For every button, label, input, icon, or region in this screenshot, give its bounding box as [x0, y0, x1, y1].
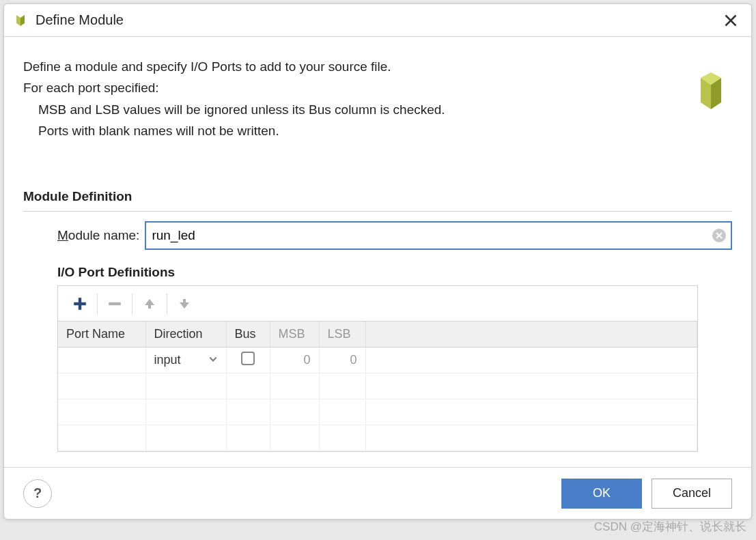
svg-marker-13 [145, 299, 154, 305]
arrow-up-icon [143, 297, 156, 311]
svg-marker-16 [180, 302, 189, 309]
module-name-input[interactable] [145, 221, 732, 250]
define-module-dialog: Define Module Define a module and specif… [3, 3, 752, 520]
table-row[interactable] [58, 373, 697, 399]
svg-marker-0 [16, 15, 20, 26]
help-button[interactable]: ? [23, 479, 52, 508]
desc-line-3: MSB and LSB values will be ignored unles… [38, 99, 676, 120]
divider [23, 211, 732, 212]
close-icon [724, 14, 738, 27]
dialog-content: Define a module and specify I/O Ports to… [4, 37, 751, 467]
desc-line-4: Ports with blank names will not be writt… [38, 120, 676, 141]
io-port-toolbar [58, 286, 697, 322]
table-header-row: Port Name Direction Bus MSB LSB [58, 322, 697, 347]
cell-port-name[interactable] [58, 347, 145, 373]
arrow-down-icon [178, 297, 191, 311]
col-bus[interactable]: Bus [226, 322, 270, 347]
dialog-footer: ? OK Cancel [4, 467, 751, 519]
svg-rect-14 [148, 304, 151, 309]
desc-line-1: Define a module and specify I/O Ports to… [23, 56, 676, 77]
module-name-label: Module name: [57, 228, 139, 243]
col-msb[interactable]: MSB [270, 322, 319, 347]
minus-icon [107, 296, 122, 311]
vivado-logo-icon [690, 72, 732, 115]
clear-input-button[interactable] [712, 228, 727, 243]
io-port-table: Port Name Direction Bus MSB LSB input [58, 322, 697, 451]
desc-line-2: For each port specified: [23, 77, 676, 98]
move-up-button[interactable] [135, 292, 165, 316]
help-icon: ? [33, 485, 42, 501]
svg-marker-1 [20, 15, 25, 26]
ok-button[interactable]: OK [561, 479, 642, 509]
cell-lsb[interactable]: 0 [319, 347, 365, 373]
module-name-input-wrap [145, 221, 732, 250]
module-name-row: Module name: [57, 221, 732, 250]
dialog-title: Define Module [36, 12, 721, 28]
col-direction[interactable]: Direction [145, 322, 226, 347]
cancel-button[interactable]: Cancel [652, 479, 732, 509]
col-port-name[interactable]: Port Name [58, 322, 145, 347]
close-button[interactable] [721, 11, 740, 30]
table-row[interactable] [58, 399, 697, 425]
chevron-down-icon [208, 353, 218, 367]
watermark-text: CSDN @定海神针、说长就长 [594, 519, 746, 535]
bus-checkbox[interactable] [241, 352, 255, 365]
col-rest [365, 322, 697, 347]
toolbar-separator [97, 294, 98, 314]
titlebar: Define Module [4, 4, 751, 37]
plus-icon [72, 296, 87, 311]
add-port-button[interactable] [65, 292, 95, 316]
module-definition-header: Module Definition [23, 189, 732, 204]
description-row: Define a module and specify I/O Ports to… [23, 56, 732, 141]
move-down-button[interactable] [169, 292, 199, 316]
cell-bus[interactable] [226, 347, 270, 373]
cell-direction[interactable]: input [145, 347, 226, 373]
col-lsb[interactable]: LSB [319, 322, 365, 347]
table-row[interactable]: input 0 0 [58, 347, 697, 373]
description-text: Define a module and specify I/O Ports to… [23, 56, 676, 141]
toolbar-separator [132, 294, 132, 314]
io-port-definitions-header: I/O Port Definitions [57, 265, 732, 280]
table-row[interactable] [58, 425, 697, 451]
clear-icon [712, 228, 727, 243]
toolbar-separator [167, 294, 167, 314]
app-icon [12, 12, 29, 29]
remove-port-button[interactable] [100, 292, 130, 316]
cell-rest [365, 347, 697, 373]
direction-value: input [154, 353, 181, 367]
cell-msb[interactable]: 0 [270, 347, 319, 373]
io-port-table-wrap: Port Name Direction Bus MSB LSB input [57, 285, 698, 452]
